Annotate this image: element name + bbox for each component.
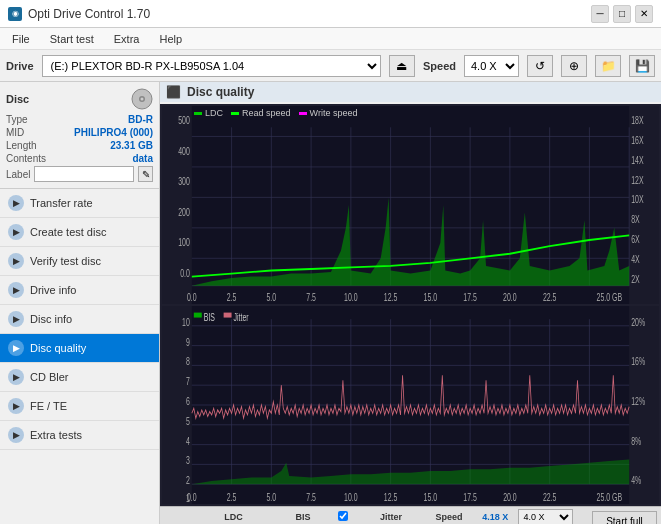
svg-text:14X: 14X <box>631 154 643 166</box>
menu-file[interactable]: File <box>4 31 38 47</box>
disc-header: Disc <box>6 88 153 110</box>
speed-refresh-button[interactable]: ↺ <box>527 55 553 77</box>
speed-label: Speed <box>423 60 456 72</box>
stats-table: LDC BIS Jitter Speed 4.18 X 4.0 X <box>164 509 588 524</box>
stats-jitter-header: Jitter <box>356 509 426 524</box>
disc-label-button[interactable]: ✎ <box>138 166 153 182</box>
svg-text:2X: 2X <box>631 273 640 285</box>
svg-text:7: 7 <box>186 374 190 387</box>
jitter-checkbox[interactable] <box>338 511 348 521</box>
sidebar-item-fe-te[interactable]: ▶ FE / TE <box>0 392 159 421</box>
sidebar-item-disc-info[interactable]: ▶ Disc info <box>0 305 159 334</box>
sidebar-item-create-test-disc[interactable]: ▶ Create test disc <box>0 218 159 247</box>
maximize-button[interactable]: □ <box>613 5 631 23</box>
speed-select[interactable]: 4.0 X <box>464 55 519 77</box>
sidebar-item-cd-bler[interactable]: ▶ CD Bler <box>0 363 159 392</box>
ldc-color <box>194 112 202 115</box>
titlebar-left: ◉ Opti Drive Control 1.70 <box>8 7 150 21</box>
bottom-chart: BIS Jitter 0.0 2.5 5.0 7.5 10.0 12.5 15.… <box>162 306 659 504</box>
svg-text:17.5: 17.5 <box>463 291 477 303</box>
sidebar-item-transfer-rate[interactable]: ▶ Transfer rate <box>0 189 159 218</box>
svg-text:6: 6 <box>186 394 190 407</box>
svg-text:2.5: 2.5 <box>227 291 237 303</box>
close-button[interactable]: ✕ <box>635 5 653 23</box>
sidebar-item-label-disc-quality: Disc quality <box>30 342 86 354</box>
svg-text:10: 10 <box>182 315 190 328</box>
content-area: Disc Type BD-R MID PHILIPRO4 (000) <box>0 82 661 524</box>
disc-contents-row: Contents data <box>6 153 153 164</box>
titlebar-title: Opti Drive Control 1.70 <box>28 7 150 21</box>
sidebar-item-label-disc-info: Disc info <box>30 313 72 325</box>
svg-text:16X: 16X <box>631 135 643 147</box>
stats-speed-select-cell[interactable]: 4.0 X <box>518 509 588 524</box>
svg-text:8: 8 <box>186 354 190 367</box>
legend-ldc: LDC <box>194 108 223 118</box>
read-speed-label: Read speed <box>242 108 291 118</box>
speed-extra-button2[interactable]: 📁 <box>595 55 621 77</box>
sidebar-item-label-create-test-disc: Create test disc <box>30 226 106 238</box>
sidebar-item-drive-info[interactable]: ▶ Drive info <box>0 276 159 305</box>
drive-eject-button[interactable]: ⏏ <box>389 55 415 77</box>
main-content: Disc Type BD-R MID PHILIPRO4 (000) <box>0 82 661 524</box>
svg-text:20.0: 20.0 <box>503 490 517 503</box>
sidebar: Disc Type BD-R MID PHILIPRO4 (000) <box>0 82 160 524</box>
svg-rect-73 <box>194 313 202 318</box>
svg-text:12.5: 12.5 <box>384 291 398 303</box>
disc-mid-label: MID <box>6 127 24 138</box>
disc-label-input[interactable] <box>34 166 134 182</box>
minimize-button[interactable]: ─ <box>591 5 609 23</box>
svg-text:18X: 18X <box>631 115 643 127</box>
disc-contents-label: Contents <box>6 153 46 164</box>
svg-text:400: 400 <box>178 145 190 157</box>
stats-empty-header <box>164 509 199 524</box>
disc-label-label: Label <box>6 169 30 180</box>
svg-text:4%: 4% <box>631 473 641 486</box>
chart-header-title: Disc quality <box>187 85 254 99</box>
svg-text:10X: 10X <box>631 194 643 206</box>
chart-header: ⬛ Disc quality <box>160 82 661 102</box>
svg-text:5.0: 5.0 <box>267 291 277 303</box>
disc-panel: Disc Type BD-R MID PHILIPRO4 (000) <box>0 82 159 189</box>
svg-text:2.5: 2.5 <box>227 490 237 503</box>
start-full-button[interactable]: Start full <box>592 511 657 524</box>
drive-select[interactable]: (E:) PLEXTOR BD-R PX-LB950SA 1.04 <box>42 55 381 77</box>
top-chart-svg: 0.0 2.5 5.0 7.5 10.0 12.5 15.0 17.5 20.0… <box>162 106 659 304</box>
menu-extra[interactable]: Extra <box>106 31 148 47</box>
jitter-checkbox-cell[interactable] <box>338 509 357 524</box>
svg-text:0.0: 0.0 <box>187 291 197 303</box>
sidebar-item-verify-test-disc[interactable]: ▶ Verify test disc <box>0 247 159 276</box>
drivebar: Drive (E:) PLEXTOR BD-R PX-LB950SA 1.04 … <box>0 50 661 82</box>
svg-text:5.0: 5.0 <box>267 490 277 503</box>
ldc-label: LDC <box>205 108 223 118</box>
transfer-rate-icon: ▶ <box>8 195 24 211</box>
disc-label-row: Label ✎ <box>6 166 153 182</box>
svg-text:10.0: 10.0 <box>344 291 358 303</box>
svg-text:8X: 8X <box>631 214 640 226</box>
stats-bar: LDC BIS Jitter Speed 4.18 X 4.0 X <box>160 506 661 524</box>
svg-text:0.0: 0.0 <box>180 267 190 279</box>
chart-section: ⬛ Disc quality LDC <box>160 82 661 524</box>
svg-text:7.5: 7.5 <box>306 291 316 303</box>
extra-tests-icon: ▶ <box>8 427 24 443</box>
stats-speed-value: 4.18 X <box>472 509 518 524</box>
svg-point-2 <box>141 98 144 101</box>
disc-mid-row: MID PHILIPRO4 (000) <box>6 127 153 138</box>
svg-rect-75 <box>224 313 232 318</box>
svg-text:16%: 16% <box>631 354 645 367</box>
stats-bis-header: BIS <box>268 509 338 524</box>
disc-icon <box>131 88 153 110</box>
speed-extra-button1[interactable]: ⊕ <box>561 55 587 77</box>
svg-text:1: 1 <box>186 491 190 504</box>
svg-text:9: 9 <box>186 335 190 348</box>
menu-start-test[interactable]: Start test <box>42 31 102 47</box>
charts-area: LDC Read speed Write speed <box>160 104 661 506</box>
sidebar-item-disc-quality[interactable]: ▶ Disc quality <box>0 334 159 363</box>
sidebar-item-extra-tests[interactable]: ▶ Extra tests <box>0 421 159 450</box>
stats-speed-select[interactable]: 4.0 X <box>518 509 573 524</box>
speed-save-button[interactable]: 💾 <box>629 55 655 77</box>
menu-help[interactable]: Help <box>151 31 190 47</box>
disc-type-value: BD-R <box>128 114 153 125</box>
chart-header-icon: ⬛ <box>166 85 181 99</box>
titlebar: ◉ Opti Drive Control 1.70 ─ □ ✕ <box>0 0 661 28</box>
svg-text:500: 500 <box>178 115 190 127</box>
